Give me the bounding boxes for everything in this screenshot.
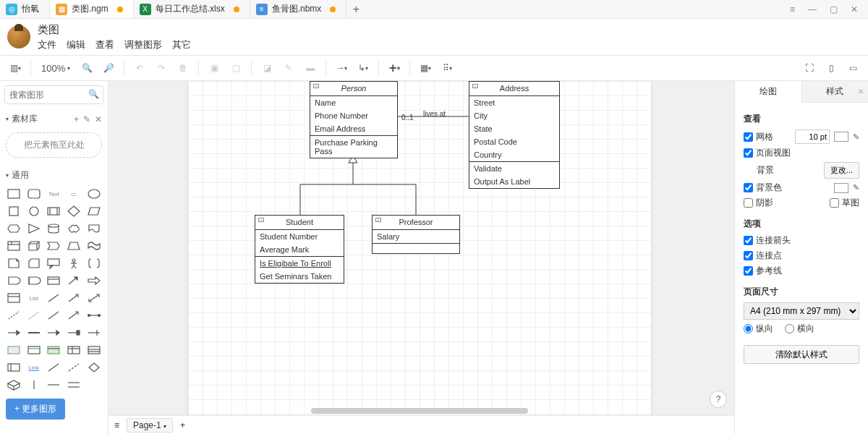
- shape-connector[interactable]: [85, 307, 103, 323]
- add-page-button[interactable]: +: [180, 420, 185, 430]
- page-size-select[interactable]: A4 (210 mm x 297 mm): [744, 302, 859, 320]
- to-front-button[interactable]: ▣: [205, 59, 224, 77]
- shape-process[interactable]: [45, 203, 64, 219]
- file-tab-nbmx[interactable]: ≡ 鱼骨图.nbmx: [250, 0, 347, 18]
- edit-icon[interactable]: ✎: [853, 183, 859, 192]
- shape-arrow2[interactable]: [64, 307, 83, 323]
- orientation-landscape[interactable]: 横向: [785, 323, 814, 335]
- more-shapes-button[interactable]: + 更多图形: [6, 399, 65, 420]
- collapse-icon[interactable]: -: [258, 218, 264, 222]
- shape-square[interactable]: [4, 203, 23, 219]
- shape-rect[interactable]: [4, 186, 23, 202]
- shape-document[interactable]: [85, 221, 103, 237]
- shape-cylinder[interactable]: [45, 221, 64, 237]
- shape-ellipse[interactable]: [85, 186, 103, 202]
- shape-line-double[interactable]: [85, 290, 103, 306]
- bgcolor-checkbox[interactable]: 背景色: [744, 182, 782, 194]
- minimize-button[interactable]: —: [808, 4, 817, 14]
- to-back-button[interactable]: ▢: [226, 59, 245, 77]
- grid-size-input[interactable]: [795, 129, 830, 144]
- edit-icon[interactable]: ✎: [853, 132, 859, 142]
- page-tab[interactable]: Page-1 ▾: [127, 418, 173, 433]
- add-library-icon[interactable]: +: [74, 114, 79, 124]
- shape-connector4[interactable]: [45, 325, 64, 341]
- shape-table1[interactable]: [4, 342, 23, 358]
- fullscreen-button[interactable]: ⛶: [800, 59, 819, 77]
- table-button[interactable]: ▦▾: [416, 59, 435, 77]
- shape-swimlane[interactable]: [4, 359, 23, 375]
- shape-datastore[interactable]: [45, 273, 64, 289]
- help-button[interactable]: ?: [710, 391, 727, 408]
- shape-text[interactable]: Text: [45, 186, 64, 202]
- shape-or[interactable]: [4, 273, 23, 289]
- maximize-button[interactable]: ▢: [830, 4, 838, 14]
- shape-textbox[interactable]: ▭: [64, 186, 83, 202]
- shape-link[interactable]: Link: [25, 359, 43, 375]
- shape-list2[interactable]: List: [25, 290, 43, 306]
- general-header[interactable]: ▾ 通用: [0, 165, 108, 186]
- close-library-icon[interactable]: ✕: [95, 114, 102, 124]
- shape-arrow-ne[interactable]: [64, 273, 83, 289]
- pages-menu-icon[interactable]: ≡: [114, 420, 119, 430]
- menu-extras[interactable]: 其它: [172, 38, 191, 51]
- orientation-portrait[interactable]: 纵向: [744, 323, 773, 335]
- outline-panel-button[interactable]: ▭: [843, 59, 862, 77]
- view-mode-button[interactable]: ▥▾: [6, 59, 25, 77]
- app-tab-yiyang[interactable]: ◎ 怡氧: [0, 0, 50, 18]
- inheritance-lines[interactable]: [293, 156, 423, 221]
- file-tab-xlsx[interactable]: X 每日工作总结.xlsx: [134, 0, 250, 18]
- shadow-checkbox[interactable]: 阴影: [744, 197, 773, 209]
- horizontal-scrollbar[interactable]: [311, 408, 528, 414]
- shape-callout[interactable]: [45, 255, 64, 271]
- change-bg-button[interactable]: 更改...: [824, 162, 859, 179]
- tab-draw[interactable]: 绘图: [735, 81, 802, 103]
- undo-button[interactable]: ↶: [130, 59, 149, 77]
- zoom-out-button[interactable]: 🔎: [99, 59, 118, 77]
- shape-triangle[interactable]: [25, 221, 43, 237]
- shape-line-arrow[interactable]: [64, 290, 83, 306]
- shadow-button[interactable]: ▬: [301, 59, 320, 77]
- zoom-in-button[interactable]: 🔍: [77, 59, 96, 77]
- shape-step[interactable]: [45, 238, 64, 254]
- shape-cloud[interactable]: [64, 221, 83, 237]
- shape-note[interactable]: [4, 255, 23, 271]
- shape-actor[interactable]: [64, 255, 83, 271]
- shape-bracket[interactable]: [85, 255, 103, 271]
- shape-rounded[interactable]: [25, 186, 43, 202]
- delete-button[interactable]: 🗑: [174, 59, 192, 77]
- menu-icon[interactable]: ≡: [790, 4, 795, 14]
- format-panel-button[interactable]: ▯: [822, 59, 841, 77]
- edit-library-icon[interactable]: ✎: [83, 114, 90, 124]
- shape-and[interactable]: [25, 273, 43, 289]
- add-tab-button[interactable]: +: [346, 0, 365, 18]
- connection-button[interactable]: →▾: [332, 59, 351, 77]
- shape-table4[interactable]: [64, 342, 83, 358]
- uml-class-student[interactable]: -Student Student Number Average Mark Is …: [255, 215, 344, 284]
- shape-connector6[interactable]: [85, 325, 103, 341]
- shape-connector2[interactable]: [4, 325, 23, 341]
- fill-color-button[interactable]: ◪: [258, 59, 276, 77]
- shape-vline[interactable]: [25, 377, 43, 393]
- shape-hlines[interactable]: [64, 377, 83, 393]
- shape-connector5[interactable]: [64, 325, 83, 341]
- guides-checkbox[interactable]: 参考线: [744, 265, 782, 277]
- shape-dotted[interactable]: [25, 307, 43, 323]
- shape-line2[interactable]: [45, 307, 64, 323]
- shape-circle[interactable]: [25, 203, 43, 219]
- uml-class-address[interactable]: -Address Street City State Postal Code C…: [469, 81, 560, 189]
- shape-dashed[interactable]: [4, 307, 23, 323]
- shape-diamond2[interactable]: [85, 359, 103, 375]
- uml-class-person[interactable]: -Person Name Phone Number Email Address …: [310, 81, 398, 158]
- waypoint-button[interactable]: ↳▾: [354, 59, 373, 77]
- close-button[interactable]: ✕: [851, 4, 858, 14]
- canvas[interactable]: 0..1 lives at 1 -Person Name: [109, 81, 734, 415]
- shape-line3[interactable]: [45, 359, 64, 375]
- shape-table2[interactable]: [25, 342, 43, 358]
- pageview-checkbox[interactable]: 页面视图: [744, 147, 791, 159]
- search-icon[interactable]: 🔍: [88, 89, 99, 99]
- tab-style[interactable]: 样式✕: [802, 81, 869, 103]
- shape-connector3[interactable]: [25, 325, 43, 341]
- page[interactable]: 0..1 lives at 1 -Person Name: [188, 81, 651, 415]
- collapse-icon[interactable]: -: [375, 218, 381, 222]
- shape-internal[interactable]: [4, 238, 23, 254]
